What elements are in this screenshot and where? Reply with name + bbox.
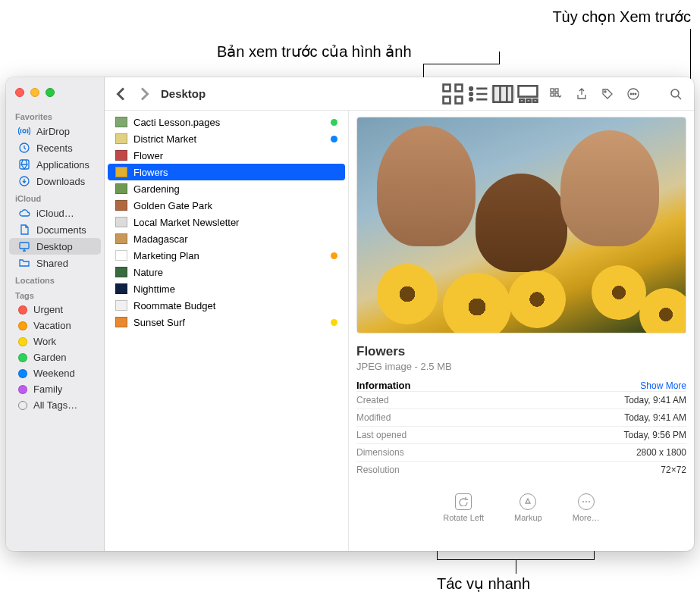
doc-icon [18, 224, 30, 236]
search-button[interactable] [665, 85, 686, 103]
file-name-label: Nature [133, 267, 337, 278]
file-row[interactable]: Local Market Newsletter [108, 214, 345, 230]
info-value: Today, 9:56 PM [624, 430, 687, 440]
file-name-label: Cacti Lesson.pages [133, 117, 325, 128]
more-label: More… [573, 513, 600, 522]
svg-rect-7 [444, 96, 450, 103]
file-row[interactable]: Gardening [108, 180, 345, 197]
desktop-icon [18, 240, 30, 252]
show-more-link[interactable]: Show More [640, 380, 686, 391]
info-row: Dimensions2800 x 1800 [356, 443, 686, 461]
rotate-left-action[interactable]: Rotate Left [443, 493, 484, 522]
sidebar-tag-garden[interactable]: Garden [9, 349, 101, 365]
info-label: Information [356, 380, 411, 391]
sidebar-item-label: iCloud… [36, 208, 74, 219]
sidebar-section-favorites: Favorites [6, 108, 104, 123]
file-name-label: Roommate Budget [133, 300, 337, 311]
column-view-button[interactable] [491, 85, 515, 103]
sidebar-tag-label: All Tags… [33, 399, 77, 411]
file-list[interactable]: Cacti Lesson.pagesDistrict MarketFlowerF… [105, 111, 349, 551]
tag-dot-icon [18, 305, 27, 315]
file-thumbnail-icon [115, 233, 127, 244]
svg-rect-5 [444, 84, 450, 91]
file-row[interactable]: Flower [108, 147, 345, 164]
svg-point-33 [582, 501, 584, 502]
zoom-button[interactable] [46, 88, 55, 97]
svg-rect-24 [551, 93, 554, 96]
svg-rect-8 [456, 96, 463, 103]
svg-point-34 [585, 501, 587, 502]
sidebar-icloud-documents[interactable]: Documents [9, 221, 101, 238]
svg-point-13 [469, 98, 472, 101]
sidebar-tag-weekend[interactable]: Weekend [9, 365, 101, 381]
preview-image[interactable] [356, 117, 686, 333]
file-thumbnail-icon [115, 150, 127, 161]
markup-action[interactable]: Markup [514, 493, 542, 522]
info-key: Modified [356, 412, 391, 423]
file-name-label: District Market [133, 133, 325, 145]
sidebar-tag-label: Urgent [33, 304, 63, 315]
minimize-button[interactable] [30, 88, 39, 97]
sidebar-icloud-desktop[interactable]: Desktop [9, 238, 101, 255]
svg-point-9 [469, 87, 472, 90]
file-row[interactable]: Golden Gate Park [108, 197, 345, 214]
close-button[interactable] [15, 88, 24, 97]
file-thumbnail-icon [115, 167, 127, 177]
sidebar-tag-alltags[interactable]: All Tags… [9, 397, 101, 413]
file-thumbnail-icon [115, 283, 127, 294]
sidebar-item-label: Desktop [36, 241, 73, 252]
info-key: Resolution [356, 465, 400, 475]
file-name-label: Nighttime [133, 283, 337, 295]
sidebar-section-tags: Tags [6, 286, 104, 302]
sidebar-fav-recents[interactable]: Recents [9, 139, 101, 156]
file-name-label: Gardening [133, 183, 337, 195]
window-controls [6, 83, 104, 108]
sidebar-tag-vacation[interactable]: Vacation [9, 318, 101, 333]
sidebar-icloud-shared[interactable]: Shared [9, 255, 101, 271]
file-row[interactable]: District Market [108, 130, 345, 147]
file-row[interactable]: Nighttime [108, 280, 345, 297]
more-action[interactable]: More… [573, 493, 600, 522]
sidebar-item-label: Applications [36, 159, 89, 171]
file-row[interactable]: Roommate Budget [108, 297, 345, 314]
preview-title: Flowers [356, 344, 686, 359]
action-menu-button[interactable] [623, 85, 644, 103]
info-value: Today, 9:41 AM [624, 395, 686, 405]
sidebar-tag-label: Family [33, 383, 62, 395]
gallery-view-button[interactable] [516, 85, 540, 103]
forward-button[interactable] [135, 85, 153, 103]
sidebar-item-label: Downloads [36, 176, 85, 187]
sidebar-icloud-icloud[interactable]: iCloud… [9, 205, 101, 221]
sidebar-tag-work[interactable]: Work [9, 333, 101, 349]
file-thumbnail-icon [115, 250, 127, 261]
svg-point-30 [635, 93, 636, 95]
list-view-button[interactable] [466, 85, 490, 103]
tag-dot-icon [18, 353, 27, 362]
sidebar-fav-airdrop[interactable]: AirDrop [9, 123, 101, 139]
sidebar-item-label: Recents [36, 142, 73, 154]
tag-dot-icon [18, 369, 27, 378]
back-button[interactable] [112, 85, 130, 103]
group-by-button[interactable] [545, 85, 567, 103]
sidebar-tag-urgent[interactable]: Urgent [9, 302, 101, 318]
callout-quick-actions: Tác vụ nhanh [437, 574, 530, 593]
icon-view-button[interactable] [441, 85, 465, 103]
share-button[interactable] [571, 85, 592, 103]
sidebar-fav-downloads[interactable]: Downloads [9, 173, 101, 189]
file-thumbnail-icon [115, 117, 127, 127]
info-header: Information Show More [356, 380, 686, 391]
info-key: Created [356, 395, 389, 405]
file-thumbnail-icon [115, 267, 127, 277]
info-row: Resolution72×72 [356, 461, 686, 478]
more-icon [578, 493, 595, 510]
file-row[interactable]: Nature [108, 264, 345, 280]
file-row[interactable]: Madagascar [108, 230, 345, 247]
file-row[interactable]: Sunset Surf [108, 314, 345, 330]
file-row[interactable]: Marketing Plan [108, 247, 345, 264]
main-area: Desktop Cacti Lesson.pagesDistrict Marke… [105, 77, 694, 551]
file-row[interactable]: Flowers [108, 164, 345, 180]
tags-button[interactable] [597, 85, 618, 103]
sidebar-fav-applications[interactable]: Applications [9, 156, 101, 173]
sidebar-tag-family[interactable]: Family [9, 381, 101, 397]
file-row[interactable]: Cacti Lesson.pages [108, 114, 345, 130]
